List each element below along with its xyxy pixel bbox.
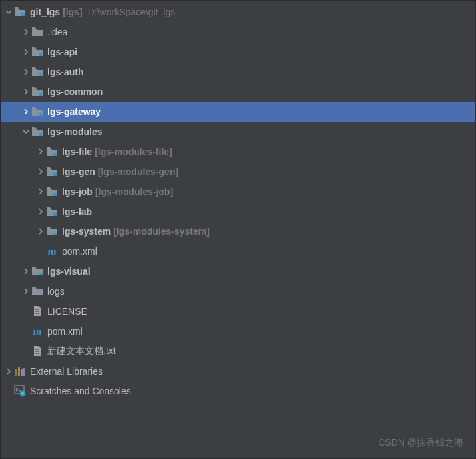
root-bracket: [lgs] — [63, 7, 83, 17]
chevron-right-icon[interactable] — [21, 106, 31, 117]
root-path: D:\workSpace\git_lgs — [88, 7, 176, 17]
tree-item[interactable]: lgs-common — [1, 82, 475, 102]
module-icon — [46, 146, 58, 158]
tree-item[interactable]: lgs-visual — [1, 261, 475, 281]
item-label: lgs-visual — [47, 266, 91, 277]
chevron-down-icon[interactable] — [21, 126, 31, 137]
item-label: lgs-gateway — [47, 106, 101, 117]
item-label: lgs-api — [47, 47, 77, 57]
item-label: 新建文本文档.txt — [47, 345, 116, 357]
file-icon — [31, 345, 43, 357]
chevron-right-icon[interactable] — [21, 86, 31, 97]
module-icon — [31, 66, 43, 78]
no-arrow — [35, 246, 46, 257]
chevron-right-icon[interactable] — [21, 67, 31, 77]
no-arrow — [21, 346, 31, 357]
item-bracket: [lgs-modules-file] — [95, 146, 172, 157]
item-bracket: [lgs-modules-gen] — [98, 166, 178, 177]
scratches-label: Scratches and Consoles — [30, 386, 131, 396]
tree-item[interactable]: mpom.xml — [1, 241, 475, 261]
tree-item[interactable]: lgs-modules — [1, 122, 475, 142]
project-tree: git_lgs [lgs] D:\workSpace\git_lgs .idea… — [1, 1, 475, 401]
folder-icon — [31, 26, 43, 38]
svg-rect-5 — [39, 133, 42, 136]
maven-icon: m — [31, 325, 43, 337]
module-icon — [31, 265, 43, 277]
tree-item[interactable]: lgs-auth — [1, 62, 475, 82]
item-label: lgs-system — [62, 226, 111, 237]
chevron-right-icon[interactable] — [21, 266, 31, 277]
external-libraries[interactable]: External Libraries — [1, 361, 475, 381]
chevron-right-icon[interactable] — [35, 206, 46, 217]
folder-icon — [14, 6, 26, 18]
no-arrow — [21, 326, 31, 337]
svg-rect-11 — [39, 273, 42, 275]
item-bracket: [lgs-modules-job] — [95, 186, 173, 197]
tree-item[interactable]: logs — [1, 281, 475, 301]
item-label: pom.xml — [62, 246, 97, 257]
chevron-right-icon[interactable] — [35, 186, 46, 197]
item-label: lgs-auth — [47, 67, 83, 77]
tree-item[interactable]: lgs-lab — [1, 202, 475, 222]
root-label: git_lgs — [30, 7, 60, 17]
svg-rect-7 — [53, 173, 57, 176]
svg-rect-4 — [39, 113, 42, 116]
folder-icon — [31, 285, 43, 297]
svg-rect-15 — [23, 368, 25, 376]
svg-rect-10 — [53, 233, 57, 235]
file-icon — [31, 305, 43, 317]
svg-rect-8 — [53, 193, 57, 196]
svg-rect-0 — [21, 13, 25, 16]
tree-item[interactable]: lgs-api — [1, 42, 475, 62]
tree-item[interactable]: lgs-gen[lgs-modules-gen] — [1, 162, 475, 182]
maven-icon: m — [46, 245, 58, 257]
watermark: CSDN @抹香鲸之海 — [378, 437, 463, 449]
tree-item[interactable]: LICENSE — [1, 301, 475, 321]
item-label: LICENSE — [47, 306, 87, 317]
module-icon — [31, 46, 43, 58]
tree-item[interactable]: lgs-system[lgs-modules-system] — [1, 222, 475, 241]
item-label: lgs-lab — [62, 206, 92, 217]
chevron-right-icon[interactable] — [35, 226, 46, 237]
item-label: logs — [47, 286, 65, 297]
tree-item[interactable]: lgs-gateway — [1, 102, 475, 122]
tree-root[interactable]: git_lgs [lgs] D:\workSpace\git_lgs — [1, 2, 475, 22]
item-label: .idea — [47, 27, 67, 37]
svg-rect-3 — [39, 93, 42, 96]
module-icon — [46, 166, 58, 178]
module-icon — [31, 106, 43, 118]
item-label: pom.xml — [47, 326, 83, 337]
item-label: lgs-modules — [47, 126, 102, 137]
svg-rect-14 — [21, 369, 23, 376]
item-label: lgs-job — [62, 186, 93, 197]
chevron-down-icon[interactable] — [3, 7, 14, 17]
no-arrow — [21, 306, 31, 317]
module-icon — [31, 126, 43, 138]
module-icon — [46, 186, 58, 198]
svg-rect-13 — [18, 367, 20, 376]
tree-item[interactable]: .idea — [1, 22, 475, 42]
module-icon — [46, 226, 58, 237]
chevron-right-icon[interactable] — [21, 286, 31, 297]
svg-rect-2 — [39, 73, 42, 76]
svg-rect-12 — [15, 369, 17, 376]
item-bracket: [lgs-modules-system] — [113, 226, 210, 237]
svg-rect-1 — [39, 53, 42, 56]
chevron-right-icon[interactable] — [3, 366, 14, 377]
module-icon — [31, 86, 43, 98]
item-label: lgs-gen — [62, 166, 95, 177]
tree-item[interactable]: lgs-job[lgs-modules-job] — [1, 182, 475, 202]
tree-item[interactable]: 新建文本文档.txt — [1, 341, 475, 361]
chevron-right-icon[interactable] — [35, 146, 46, 157]
no-arrow — [3, 386, 14, 396]
scratches-and-consoles[interactable]: Scratches and Consoles — [1, 381, 475, 401]
tree-item[interactable]: lgs-file[lgs-modules-file] — [1, 142, 475, 162]
module-icon — [46, 206, 58, 218]
chevron-right-icon[interactable] — [21, 47, 31, 57]
item-label: lgs-file — [62, 146, 92, 157]
tree-item[interactable]: mpom.xml — [1, 321, 475, 341]
chevron-right-icon[interactable] — [21, 27, 31, 37]
chevron-right-icon[interactable] — [35, 166, 46, 177]
external-label: External Libraries — [30, 366, 103, 377]
item-label: lgs-common — [47, 86, 103, 97]
